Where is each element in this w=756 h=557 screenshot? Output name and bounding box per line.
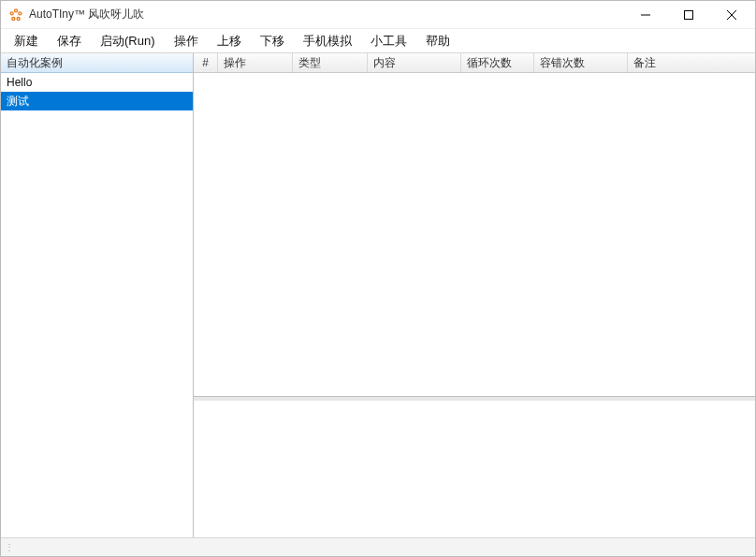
- window-controls: [624, 1, 753, 29]
- sidebar-list: Hello 测试: [1, 73, 193, 537]
- col-type[interactable]: 类型: [293, 53, 368, 72]
- sidebar-header: 自动化案例: [1, 53, 193, 73]
- menu-run[interactable]: 启动(Run): [91, 30, 165, 52]
- svg-point-2: [19, 11, 22, 14]
- main-panel: # 操作 类型 内容 循环次数 容错次数 备注: [194, 53, 755, 537]
- window-title: AutoTIny™ 风吹呀儿吹: [29, 7, 144, 22]
- table-header: # 操作 类型 内容 循环次数 容错次数 备注: [194, 53, 755, 73]
- steps-table[interactable]: # 操作 类型 内容 循环次数 容错次数 备注: [194, 53, 755, 397]
- menu-help[interactable]: 帮助: [416, 30, 459, 52]
- col-tolerance[interactable]: 容错次数: [534, 53, 628, 72]
- col-loop[interactable]: 循环次数: [461, 53, 534, 72]
- menu-tools[interactable]: 小工具: [361, 30, 416, 52]
- svg-rect-5: [685, 10, 693, 19]
- sidebar: 自动化案例 Hello 测试: [1, 53, 194, 537]
- menu-move-down[interactable]: 下移: [251, 30, 294, 52]
- content-area: 自动化案例 Hello 测试 # 操作 类型 内容 循环次数 容错次数 备注: [1, 53, 755, 537]
- menu-save[interactable]: 保存: [48, 30, 91, 52]
- svg-point-3: [12, 17, 15, 20]
- minimize-button[interactable]: [624, 1, 667, 29]
- sidebar-item-hello[interactable]: Hello: [1, 73, 193, 92]
- menu-bar: 新建 保存 启动(Run) 操作 上移 下移 手机模拟 小工具 帮助: [1, 29, 755, 53]
- status-bar: ⋮: [1, 537, 755, 556]
- status-grip-icon: ⋮: [5, 542, 15, 552]
- title-bar: AutoTIny™ 风吹呀儿吹: [1, 1, 755, 29]
- col-content[interactable]: 内容: [368, 53, 461, 72]
- svg-point-1: [10, 11, 13, 14]
- maximize-button[interactable]: [667, 1, 710, 29]
- menu-phone-sim[interactable]: 手机模拟: [294, 30, 361, 52]
- close-button[interactable]: [710, 1, 753, 29]
- col-note[interactable]: 备注: [628, 53, 755, 72]
- app-icon: [8, 7, 23, 22]
- svg-point-4: [17, 17, 20, 20]
- col-operation[interactable]: 操作: [218, 53, 293, 72]
- detail-panel: [194, 397, 755, 537]
- menu-action[interactable]: 操作: [165, 30, 208, 52]
- menu-move-up[interactable]: 上移: [208, 30, 251, 52]
- sidebar-item-test[interactable]: 测试: [1, 92, 193, 110]
- menu-new[interactable]: 新建: [5, 30, 48, 52]
- svg-point-0: [14, 8, 17, 11]
- col-index[interactable]: #: [194, 53, 218, 72]
